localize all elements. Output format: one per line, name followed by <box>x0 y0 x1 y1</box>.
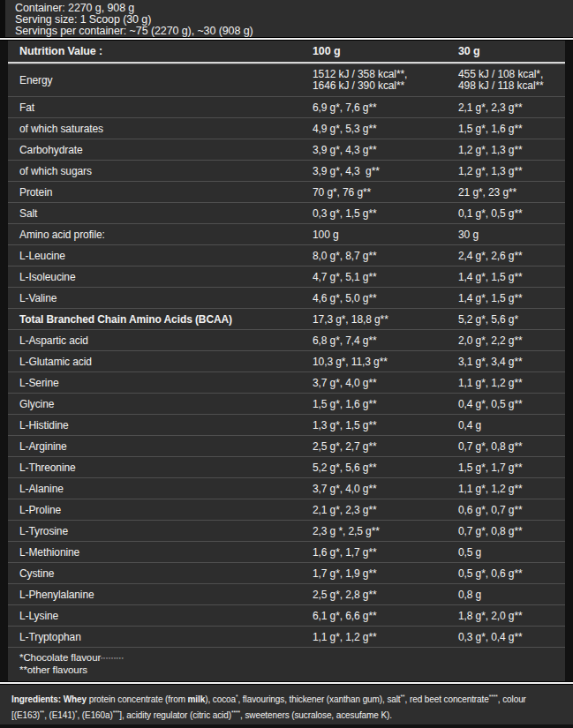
nutrition-table-inner: Nutrition Value : 100 g 30 g Energy1512 … <box>8 41 565 681</box>
table-row: L-Glutamic acid10,3 g*, 11,3 g**3,1 g*, … <box>8 350 565 372</box>
package-info: Container: 2270 g, 908 g Serving size: 1… <box>0 0 573 37</box>
table-cell-v30: 2,1 g*, 2,3 g** <box>458 101 565 114</box>
ingredient-text: protein concentrate (from <box>87 694 188 704</box>
table-row: L-Aspartic acid6,8 g*, 7,4 g**2,0 g*, 2,… <box>8 329 565 350</box>
table-cell-label: L-Proline <box>19 504 313 516</box>
table-cell-v30: 1,5 g*, 1,6 g** <box>458 123 565 135</box>
table-cell-label: L-Histidine <box>19 419 313 432</box>
footnote-chocolate: *Chocolate flavour <box>19 652 101 663</box>
table-row: Cystine1,7 g*, 1,9 g**0,5 g*, 0,6 g** <box>8 562 565 583</box>
ingredient-text: , sweeteners (sucralose, acesufame K). <box>240 711 392 721</box>
table-cell-v30: 0,5 g*, 0,6 g** <box>458 567 565 580</box>
table-cell-label: L-Isoleucine <box>19 271 313 283</box>
table-row: L-Arginine2,5 g*, 2,7 g**0,7 g*, 0,8 g** <box>8 435 565 456</box>
table-cell-v100: 3,9 g*, 4,3 g** <box>313 165 458 177</box>
table-cell-label: Fat <box>19 101 313 114</box>
table-cell-v100: 17,3 g*, 18,8 g** <box>313 313 458 326</box>
table-cell-v100: 1,1 g*, 1,2 g** <box>313 631 458 643</box>
table-cell-v30: 30 g <box>458 229 565 241</box>
table-cell-v100: 4,7 g*, 5,1 g** <box>313 271 458 283</box>
table-row: Fat6,9 g*, 7,6 g**2,1 g*, 2,3 g** <box>8 96 565 117</box>
table-row: of which saturates4,9 g*, 5,3 g**1,5 g*,… <box>8 117 565 139</box>
table-cell-label: Protein <box>19 186 313 199</box>
table-cell-label: Salt <box>19 207 313 220</box>
table-cell-v30: 1,4 g*, 1,5 g** <box>458 271 565 283</box>
ingredient-text: milk <box>188 694 206 704</box>
table-cell-label: Amino acid profile: <box>19 229 313 241</box>
table-row: Energy1512 kJ / 358 kcal**,1646 kJ / 390… <box>8 64 565 96</box>
table-row: L-Leucine8,0 g*, 8,7 g**2,4 g*, 2,6 g** <box>8 244 565 266</box>
table-cell-label: L-Tryptophan <box>19 631 313 643</box>
table-cell-v30: 1,2 g*, 1,3 g** <box>458 165 565 177</box>
table-cell-v100: 8,0 g*, 8,7 g** <box>313 250 458 262</box>
micro-marks: ********* <box>101 657 124 662</box>
table-row: L-Tyrosine2,3 g *, 2,5 g**0,7 g*, 0,8 g*… <box>8 520 565 541</box>
table-row: L-Phenylalanine2,5 g*, 2,8 g**0,8 g <box>8 583 565 604</box>
table-cell-v100: 100 g <box>313 229 458 241</box>
table-cell-v100: 1512 kJ / 358 kcal**,1646 kJ / 390 kcal*… <box>313 69 458 92</box>
column-header-100g: 100 g <box>313 45 458 57</box>
table-cell-v100: 5,2 g*, 5,6 g** <box>313 462 458 474</box>
table-cell-v100: 3,9 g*, 4,3 g** <box>313 144 458 156</box>
table-cell-label: Cystine <box>19 567 313 580</box>
footnote-other: **other flavours <box>19 664 565 675</box>
table-cell-v30: 455 kJ / 108 kcal*,498 kJ / 118 kcal** <box>458 69 565 92</box>
table-cell-v30: 0,6 g*, 0,7 g** <box>458 504 565 516</box>
table-cell-label: L-Aspartic acid <box>19 334 313 347</box>
table-cell-v100: 1,7 g*, 1,9 g** <box>313 567 458 580</box>
ingredient-text: , flavourings, thickener (xanthan gum), … <box>238 694 401 704</box>
table-cell-v100: 2,3 g *, 2,5 g** <box>313 525 458 537</box>
table-cell-v30: 0,8 g <box>458 589 565 601</box>
ingredient-text: ), cocoa <box>205 694 236 704</box>
ingredient-text: Ingredients: <box>11 694 64 704</box>
table-cell-v30: 0,7 g*, 0,8 g** <box>458 440 565 453</box>
table-cell-label: L-Arginine <box>19 440 313 453</box>
ingredient-text: , (E141) <box>44 711 75 721</box>
table-cell-v100: 3,7 g*, 4,0 g** <box>313 377 458 389</box>
table-cell-v30: 0,7 g*, 0,8 g** <box>458 525 565 537</box>
table-cell-v100: 2,1 g*, 2,3 g** <box>313 504 458 516</box>
table-cell-label: Carbohydrate <box>19 144 313 156</box>
servings-per-container-line: Servings per container: ~75 (2270 g), ~3… <box>15 26 573 37</box>
table-row: Total Branched Chain Amino Acids (BCAA)1… <box>8 308 565 329</box>
ingredient-text: , red beet concentrate <box>405 694 489 704</box>
table-cell-v100: 6,8 g*, 7,4 g** <box>313 334 458 347</box>
table-cell-label: L-Threonine <box>19 462 313 474</box>
column-header-nutrition-value: Nutrition Value : <box>19 45 313 57</box>
table-cell-v30: 0,4 g <box>458 419 565 432</box>
table-cell-label: L-Glutamic acid <box>19 356 313 368</box>
table-cell-v30: 0,1 g*, 0,5 g** <box>458 207 565 220</box>
table-cell-v30: 1,4 g*, 1,5 g** <box>458 292 565 304</box>
table-row: L-Histidine1,3 g*, 1,5 g**0,4 g <box>8 414 565 435</box>
table-cell-v30: 1,1 g*, 1,2 g** <box>458 483 565 495</box>
table-row: Salt0,3 g*, 1,5 g**0,1 g*, 0,5 g** <box>8 202 565 223</box>
table-cell-v30: 2,4 g*, 2,6 g** <box>458 250 565 262</box>
table-cell-v30: 1,8 g*, 2,0 g** <box>458 610 565 622</box>
ingredient-text: ], acidity regulator (citric acid) <box>119 711 231 721</box>
table-cell-label: L-Methionine <box>19 546 313 559</box>
table-cell-v100: 2,5 g*, 2,7 g** <box>313 440 458 453</box>
table-cell-label: L-Phenylalanine <box>19 589 313 601</box>
table-cell-v30: 3,1 g*, 3,4 g** <box>458 356 565 368</box>
table-row: of which sugars3,9 g*, 4,3 g**1,2 g*, 1,… <box>8 160 565 181</box>
table-cell-v30: 0,5 g <box>458 546 565 559</box>
table-cell-label: Glycine <box>19 398 313 410</box>
table-cell-v100: 6,9 g*, 7,6 g** <box>313 101 458 114</box>
table-row: L-Valine4,6 g*, 5,0 g**1,4 g*, 1,5 g** <box>8 287 565 308</box>
table-cell-v100: 1,3 g*, 1,5 g** <box>313 419 458 432</box>
table-cell-label: of which sugars <box>19 165 313 177</box>
table-cell-v30: 5,2 g*, 5,6 g* <box>458 313 565 326</box>
table-row: L-Serine3,7 g*, 4,0 g**1,1 g*, 1,2 g** <box>8 372 565 393</box>
table-row: L-Tryptophan1,1 g*, 1,2 g**0,3 g*, 0,4 g… <box>8 626 565 647</box>
table-cell-v100: 1,6 g*, 1,7 g** <box>313 546 458 559</box>
table-row: Amino acid profile:100 g30 g <box>8 223 565 244</box>
table-cell-label: L-Leucine <box>19 250 313 262</box>
bottom-strip <box>0 724 573 728</box>
table-row: L-Isoleucine4,7 g*, 5,1 g**1,4 g*, 1,5 g… <box>8 266 565 287</box>
table-cell-v30: 0,4 g*, 0,5 g** <box>458 398 565 410</box>
footnotes: *Chocolate flavour********* **other flav… <box>8 647 565 681</box>
table-cell-v100: 10,3 g*, 11,3 g** <box>313 356 458 368</box>
table-row: L-Methionine1,6 g*, 1,7 g**0,5 g <box>8 541 565 562</box>
ingredient-text: , (E160a) <box>77 711 112 721</box>
table-row: L-Lysine6,1 g*, 6,6 g**1,8 g*, 2,0 g** <box>8 604 565 626</box>
